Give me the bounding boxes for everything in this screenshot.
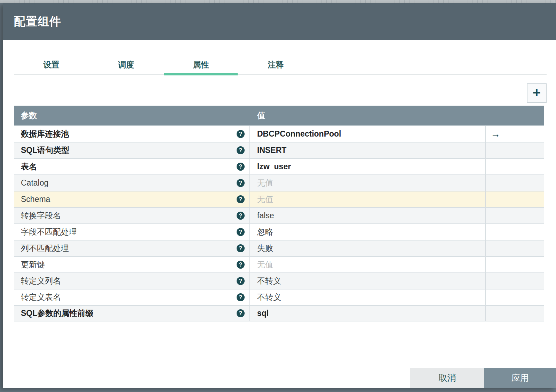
parameter-value[interactable]: 不转义 bbox=[250, 289, 486, 305]
table-body: 数据库连接池?DBCPConnectionPool→SQL语句类型?INSERT… bbox=[14, 125, 544, 321]
help-icon[interactable]: ? bbox=[237, 261, 245, 269]
parameter-value[interactable]: 失败 bbox=[250, 240, 486, 256]
help-icon[interactable]: ? bbox=[237, 130, 245, 138]
help-icon[interactable]: ? bbox=[237, 244, 245, 252]
add-property-button[interactable]: + bbox=[527, 83, 547, 103]
column-header-parameter: 参数 bbox=[14, 110, 250, 121]
help-icon[interactable]: ? bbox=[237, 146, 245, 154]
help-icon[interactable]: ? bbox=[237, 293, 245, 301]
parameter-cell: 数据库连接池? bbox=[14, 126, 250, 142]
parameter-cell: 转换字段名? bbox=[14, 208, 250, 223]
row-actions-cell bbox=[486, 306, 544, 321]
table-row: 数据库连接池?DBCPConnectionPool→ bbox=[14, 125, 544, 142]
table-row: 更新键?无值 bbox=[14, 256, 544, 272]
row-actions-cell bbox=[486, 191, 544, 207]
parameter-cell: 字段不匹配处理? bbox=[14, 224, 250, 240]
parameter-name: SQL参数的属性前缀 bbox=[21, 308, 93, 319]
help-icon[interactable]: ? bbox=[237, 163, 245, 171]
configure-component-dialog: 配置组件 设置 调度 属性 注释 + 参数 值 bbox=[3, 3, 556, 388]
help-icon[interactable]: ? bbox=[237, 179, 245, 187]
dialog-footer: 取消 应用 bbox=[410, 368, 556, 388]
parameter-cell: SQL参数的属性前缀? bbox=[14, 306, 250, 321]
table-row: 表名?lzw_user bbox=[14, 158, 544, 174]
table-row: 转换字段名?false bbox=[14, 207, 544, 223]
row-actions-cell bbox=[486, 159, 544, 174]
row-actions-cell bbox=[486, 208, 544, 223]
parameter-name: 转定义列名 bbox=[21, 276, 61, 286]
table-row: 字段不匹配处理?忽略 bbox=[14, 223, 544, 240]
parameter-value[interactable]: 忽略 bbox=[250, 224, 486, 240]
cancel-button-label: 取消 bbox=[439, 372, 456, 384]
parameter-value[interactable]: DBCPConnectionPool bbox=[250, 126, 486, 142]
table-row: Schema?无值 bbox=[14, 191, 544, 207]
parameter-value[interactable]: sql bbox=[250, 306, 486, 321]
parameter-value[interactable]: INSERT bbox=[250, 142, 486, 158]
cancel-button[interactable]: 取消 bbox=[410, 368, 484, 388]
help-icon[interactable]: ? bbox=[237, 195, 245, 203]
help-icon[interactable]: ? bbox=[237, 277, 245, 285]
apply-button-label: 应用 bbox=[511, 372, 529, 384]
parameter-cell: Schema? bbox=[14, 191, 250, 207]
parameter-value[interactable]: 无值 bbox=[250, 175, 486, 191]
table-row: Catalog?无值 bbox=[14, 174, 544, 191]
go-to-service-arrow-icon[interactable]: → bbox=[491, 129, 500, 139]
row-actions-cell bbox=[486, 240, 544, 256]
tab-comments-label: 注释 bbox=[268, 59, 284, 70]
table-row: 列不匹配处理?失败 bbox=[14, 240, 544, 256]
parameter-name: 数据库连接池 bbox=[21, 129, 69, 139]
parameter-name: 更新键 bbox=[21, 259, 45, 270]
help-icon[interactable]: ? bbox=[237, 212, 245, 220]
row-actions-cell bbox=[486, 224, 544, 240]
parameter-cell: 列不匹配处理? bbox=[14, 240, 250, 256]
row-actions-cell: → bbox=[486, 126, 544, 142]
parameter-name: Schema bbox=[21, 195, 50, 204]
parameter-value[interactable]: false bbox=[250, 208, 486, 223]
parameter-cell: SQL语句类型? bbox=[14, 142, 250, 158]
parameter-value[interactable]: lzw_user bbox=[250, 159, 486, 174]
dialog-titlebar: 配置组件 bbox=[3, 3, 556, 40]
parameter-value[interactable]: 不转义 bbox=[250, 273, 486, 289]
table-header-row: 参数 值 bbox=[14, 106, 544, 125]
row-actions-cell bbox=[486, 289, 544, 305]
row-actions-cell bbox=[486, 142, 544, 158]
help-icon[interactable]: ? bbox=[237, 228, 245, 236]
tab-scheduling-label: 调度 bbox=[118, 59, 134, 70]
tab-settings-label: 设置 bbox=[43, 59, 59, 70]
dialog-title: 配置组件 bbox=[14, 14, 61, 30]
parameter-name: 列不匹配处理 bbox=[21, 243, 69, 254]
parameter-name: SQL语句类型 bbox=[21, 145, 69, 156]
parameter-name: 表名 bbox=[21, 161, 37, 172]
parameter-name: 转换字段名 bbox=[21, 210, 61, 221]
parameter-value[interactable]: 无值 bbox=[250, 191, 486, 207]
help-icon[interactable]: ? bbox=[237, 309, 245, 317]
tab-comments[interactable]: 注释 bbox=[238, 56, 313, 74]
row-actions-cell bbox=[486, 273, 544, 289]
column-header-value: 值 bbox=[250, 110, 486, 121]
tab-settings[interactable]: 设置 bbox=[14, 56, 89, 74]
tab-scheduling[interactable]: 调度 bbox=[89, 56, 164, 74]
parameter-name: 转定义表名 bbox=[21, 292, 61, 303]
tab-bar: 设置 调度 属性 注释 bbox=[14, 56, 547, 74]
table-row: 转定义列名?不转义 bbox=[14, 272, 544, 289]
table-row: 转定义表名?不转义 bbox=[14, 289, 544, 305]
parameter-cell: 表名? bbox=[14, 159, 250, 174]
apply-button[interactable]: 应用 bbox=[484, 368, 556, 388]
parameter-name: 字段不匹配处理 bbox=[21, 227, 77, 237]
row-actions-cell bbox=[486, 257, 544, 272]
properties-table: 参数 值 数据库连接池?DBCPConnectionPool→SQL语句类型?I… bbox=[14, 106, 544, 321]
row-actions-cell bbox=[486, 175, 544, 191]
table-row: SQL语句类型?INSERT bbox=[14, 142, 544, 158]
parameter-cell: 转定义列名? bbox=[14, 273, 250, 289]
parameter-cell: 转定义表名? bbox=[14, 289, 250, 305]
canvas-background bbox=[0, 0, 556, 3]
parameter-name: Catalog bbox=[21, 178, 48, 188]
parameter-cell: Catalog? bbox=[14, 175, 250, 191]
tab-properties[interactable]: 属性 bbox=[164, 56, 238, 74]
tab-properties-label: 属性 bbox=[193, 59, 209, 70]
plus-icon: + bbox=[533, 85, 541, 99]
table-row: SQL参数的属性前缀?sql bbox=[14, 305, 544, 321]
parameter-value[interactable]: 无值 bbox=[250, 257, 486, 272]
parameter-cell: 更新键? bbox=[14, 257, 250, 272]
properties-toolbar: + bbox=[14, 83, 547, 103]
